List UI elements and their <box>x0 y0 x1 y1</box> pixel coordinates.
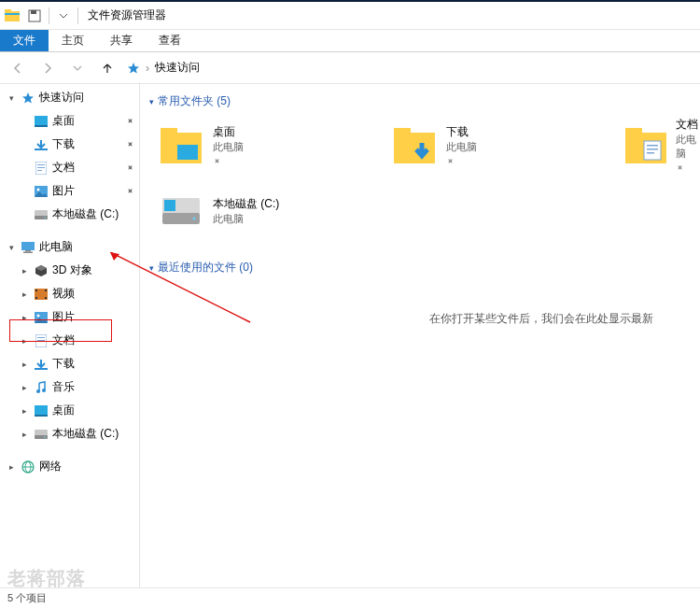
svg-rect-6 <box>35 125 48 127</box>
svg-rect-10 <box>37 167 45 168</box>
svg-rect-47 <box>647 145 658 147</box>
chevron-right-icon[interactable]: ▸ <box>19 406 30 416</box>
tab-home[interactable]: 主页 <box>49 30 97 51</box>
svg-rect-36 <box>35 435 48 439</box>
svg-rect-21 <box>35 290 37 291</box>
svg-rect-48 <box>647 148 658 150</box>
status-bar: 5 个项目 <box>0 587 700 608</box>
tile-desktop[interactable]: 桌面 此电脑 ✦ <box>159 117 355 174</box>
tree-network[interactable]: ▸ 网络 <box>0 455 139 478</box>
drive-large-icon <box>159 189 203 233</box>
pc-icon <box>21 240 35 255</box>
back-button[interactable] <box>7 58 28 78</box>
tree-item-3d-objects[interactable]: ▸ 3D 对象 <box>0 259 139 282</box>
tile-downloads[interactable]: 下载 此电脑 ✦ <box>392 117 588 174</box>
svg-rect-52 <box>164 200 175 211</box>
tiles-row-1: 桌面 此电脑 ✦ 下载 此电脑 ✦ <box>149 117 700 174</box>
svg-rect-34 <box>35 415 48 417</box>
chevron-down-icon: ▾ <box>149 263 154 273</box>
desktop-icon <box>34 114 49 129</box>
chevron-right-icon[interactable]: ▸ <box>19 336 30 346</box>
section-frequent-folders[interactable]: ▾ 常用文件夹 (5) <box>149 93 700 109</box>
tree-quick-access[interactable]: ▾ 快速访问 <box>0 86 139 109</box>
svg-point-31 <box>36 389 40 393</box>
svg-rect-17 <box>21 242 35 250</box>
breadcrumb-location[interactable]: 快速访问 <box>155 60 200 76</box>
pin-icon: ✦ <box>123 138 135 150</box>
pin-icon: ✦ <box>673 162 685 174</box>
up-button[interactable] <box>97 58 118 78</box>
tree-item-pictures[interactable]: 图片 ✦ <box>0 179 139 203</box>
tree-item-music[interactable]: ▸ 音乐 <box>0 375 139 399</box>
chevron-right-icon[interactable]: ▸ <box>6 462 17 472</box>
recent-dropdown[interactable] <box>67 58 88 78</box>
empty-recent-message: 在你打开某些文件后，我们会在此处显示最新 <box>149 283 700 327</box>
downloads-icon <box>34 357 49 372</box>
tree-item-downloads-pc[interactable]: ▸ 下载 <box>0 352 139 375</box>
svg-rect-29 <box>37 340 45 341</box>
svg-point-26 <box>37 314 40 317</box>
app-icon <box>4 7 21 24</box>
tree-item-pictures-pc[interactable]: ▸ 图片 <box>0 305 139 329</box>
tree-item-downloads[interactable]: 下载 ✦ <box>0 133 139 156</box>
folder-desktop-icon <box>159 123 203 168</box>
chevron-right-icon[interactable]: ▸ <box>19 430 30 439</box>
tree-item-documents[interactable]: 文档 ✦ <box>0 156 139 179</box>
drive-icon <box>34 207 49 222</box>
svg-rect-2 <box>5 13 20 15</box>
pictures-icon <box>34 184 49 199</box>
svg-rect-15 <box>35 216 48 219</box>
svg-rect-1 <box>5 9 11 12</box>
tile-local-disk-c[interactable]: 本地磁盘 (C:) 此电脑 <box>159 189 355 233</box>
section-recent-files[interactable]: ▾ 最近使用的文件 (0) <box>149 260 700 276</box>
chevron-right-icon[interactable]: ▸ <box>19 290 30 299</box>
chevron-right-icon[interactable]: ▸ <box>19 266 30 276</box>
tree-item-videos[interactable]: ▸ 视频 <box>0 282 139 305</box>
forward-button[interactable] <box>37 58 58 78</box>
pictures-icon <box>34 310 49 325</box>
breadcrumb-sep: › <box>146 62 149 75</box>
svg-point-53 <box>193 218 196 220</box>
tile-documents[interactable]: 文档 此电脑 ✦ <box>625 117 700 174</box>
pin-icon: ✦ <box>123 185 135 197</box>
tree-item-documents-pc[interactable]: ▸ 文档 <box>0 329 139 352</box>
star-icon <box>127 62 140 75</box>
folder-documents-icon <box>625 123 666 168</box>
chevron-down-icon[interactable]: ▾ <box>6 243 17 252</box>
downloads-icon <box>34 137 49 152</box>
tab-view[interactable]: 查看 <box>146 30 194 51</box>
breadcrumb[interactable]: › 快速访问 <box>127 60 200 76</box>
tiles-row-2: 本地磁盘 (C:) 此电脑 <box>149 189 700 233</box>
address-bar: › 快速访问 <box>0 52 700 84</box>
documents-icon <box>34 333 49 348</box>
chevron-right-icon[interactable]: ▸ <box>19 313 30 322</box>
tab-file[interactable]: 文件 <box>0 30 49 51</box>
svg-rect-43 <box>394 128 411 134</box>
3d-objects-icon <box>34 263 49 278</box>
svg-point-37 <box>44 436 46 438</box>
tab-share[interactable]: 共享 <box>97 30 146 51</box>
svg-point-16 <box>44 217 46 219</box>
tree-item-local-disk-c[interactable]: 本地磁盘 (C:) <box>0 203 139 226</box>
music-icon <box>34 380 49 395</box>
dropdown-icon[interactable] <box>55 7 72 24</box>
chevron-right-icon[interactable]: ▸ <box>19 383 30 392</box>
svg-rect-33 <box>35 405 48 415</box>
chevron-right-icon[interactable]: ▸ <box>19 360 30 369</box>
star-icon <box>21 91 35 106</box>
save-icon[interactable] <box>26 7 43 24</box>
tree-item-desktop[interactable]: 桌面 ✦ <box>0 109 139 133</box>
content-pane: ▾ 常用文件夹 (5) 桌面 此电脑 ✦ 下载 此电脑 <box>140 82 700 587</box>
svg-rect-22 <box>35 297 37 299</box>
svg-rect-7 <box>35 148 48 150</box>
svg-rect-40 <box>161 128 177 134</box>
tree-item-desktop-pc[interactable]: ▸ 桌面 <box>0 399 139 422</box>
videos-icon <box>34 287 49 302</box>
chevron-down-icon[interactable]: ▾ <box>6 93 17 103</box>
tree-this-pc[interactable]: ▾ 此电脑 <box>0 235 139 259</box>
svg-rect-49 <box>647 152 654 154</box>
pin-icon: ✦ <box>123 162 135 174</box>
folder-downloads-icon <box>392 123 437 168</box>
tree-item-local-disk-c-pc[interactable]: ▸ 本地磁盘 (C:) <box>0 422 139 445</box>
svg-rect-18 <box>25 250 31 252</box>
